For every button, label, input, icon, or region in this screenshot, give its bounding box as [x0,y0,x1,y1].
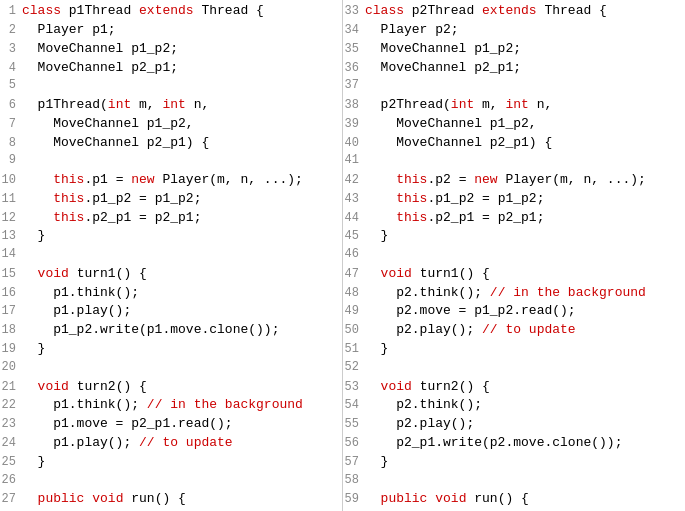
code-token: MoveChannel p1_p2; [365,41,521,56]
code-token: // in the background [490,285,646,300]
code-token: p2.think(); [365,285,490,300]
code-line: 34 Player p2; [343,21,685,40]
code-line: 39 MoveChannel p1_p2, [343,115,685,134]
code-token: MoveChannel p2_p1; [22,60,178,75]
code-content: this.p2_p1 = p2_p1; [365,209,544,228]
code-content: } [22,227,45,246]
code-token: class [365,3,412,18]
code-token: p1.move = p2_p1.read(); [22,416,233,431]
code-token [22,191,53,206]
code-token: new [131,172,154,187]
line-number: 50 [343,322,365,339]
code-content: p1.move = p2_p1.read(); [22,415,233,434]
code-token: run() { [466,491,528,506]
line-number: 17 [0,303,22,320]
code-line: 58 [343,472,685,491]
code-line: 26 [0,472,342,491]
code-line: 11 this.p1_p2 = p1_p2; [0,190,342,209]
code-line: 17 p1.play(); [0,302,342,321]
code-token: this [396,191,427,206]
code-content: p2_p1.write(p2.move.clone()); [365,434,622,453]
code-token: Player p1; [22,22,116,37]
code-line: 15 void turn1() { [0,265,342,284]
code-token: Player(m, n, ...); [155,172,303,187]
code-content: class p2Thread extends Thread { [365,2,607,21]
code-token: new [474,172,497,187]
code-token: } [22,341,45,356]
code-token: int [108,97,131,112]
code-content: } [365,227,388,246]
code-content: class p1Thread extends Thread { [22,2,264,21]
code-content: this.p1 = new Player(m, n, ...); [22,171,303,190]
code-content: p2Thread(int m, int n, [365,96,552,115]
line-number: 6 [0,97,22,114]
code-token: public [38,491,85,506]
code-token: Thread { [201,3,263,18]
code-token: p2_p1.write(p2.move.clone()); [365,435,622,450]
code-line: 51 } [343,340,685,359]
code-token [365,191,396,206]
line-number: 4 [0,60,22,77]
line-number: 3 [0,41,22,58]
code-token: // to update [482,322,576,337]
line-number: 44 [343,210,365,227]
code-token: void [92,491,123,506]
code-token: turn2() { [69,379,147,394]
code-token: .p2_p1 = p2_p1; [84,210,201,225]
code-content: } [365,453,388,472]
code-content: MoveChannel p1_p2, [365,115,537,134]
left-pane: 1class p1Thread extends Thread {2 Player… [0,0,342,511]
code-line: 16 p1.think(); [0,284,342,303]
line-number: 43 [343,191,365,208]
line-number: 1 [0,3,22,20]
code-token: .p2 = [427,172,474,187]
line-number: 34 [343,22,365,39]
code-token: } [22,454,45,469]
line-number: 45 [343,228,365,245]
code-token: m, [474,97,505,112]
code-token: public [381,491,428,506]
code-token: n, [186,97,209,112]
line-number: 8 [0,135,22,152]
code-token: turn1() { [69,266,147,281]
line-number: 23 [0,416,22,433]
line-number: 57 [343,454,365,471]
code-line: 49 p2.move = p1_p2.read(); [343,302,685,321]
code-line: 27 public void run() { [0,490,342,509]
code-token: extends [139,3,201,18]
code-line: 23 p1.move = p2_p1.read(); [0,415,342,434]
code-line: 35 MoveChannel p1_p2; [343,40,685,59]
code-content: MoveChannel p2_p1; [22,59,178,78]
line-number: 21 [0,379,22,396]
code-token: MoveChannel p2_p1) { [365,135,552,150]
line-number: 38 [343,97,365,114]
code-token: int [162,97,185,112]
code-content: p1_p2.write(p1.move.clone()); [22,321,279,340]
code-content: MoveChannel p2_p1) { [365,134,552,153]
code-line: 55 p2.play(); [343,415,685,434]
code-token: .p1 = [84,172,131,187]
line-number: 13 [0,228,22,245]
line-number: 7 [0,116,22,133]
code-content: MoveChannel p2_p1) { [22,134,209,153]
code-line: 5 [0,77,342,96]
code-token: } [365,228,388,243]
code-token: p1.think(); [22,285,139,300]
code-token: n, [529,97,552,112]
line-number: 40 [343,135,365,152]
code-token: p1Thread( [22,97,108,112]
right-pane: 33class p2Thread extends Thread {34 Play… [343,0,685,511]
code-line: 57 } [343,453,685,472]
code-content: } [22,340,45,359]
line-number: 22 [0,397,22,414]
code-line: 19 } [0,340,342,359]
code-content: p2.think(); [365,396,482,415]
code-line: 24 p1.play(); // to update [0,434,342,453]
code-content: public void run() { [22,490,186,509]
code-token [22,491,38,506]
code-content: p1.play(); // to update [22,434,233,453]
code-line: 9 [0,152,342,171]
code-token: MoveChannel p2_p1) { [22,135,209,150]
code-line: 38 p2Thread(int m, int n, [343,96,685,115]
code-token: void [435,491,466,506]
